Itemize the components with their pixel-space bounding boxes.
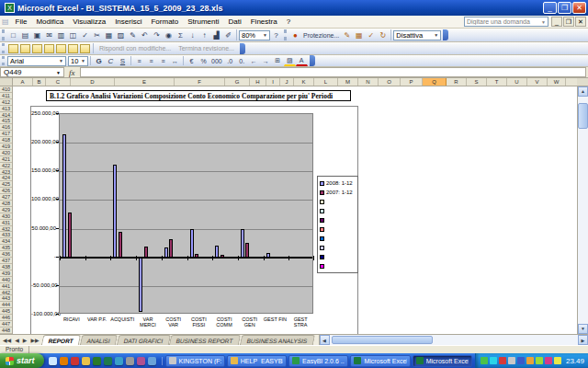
menu-item-formato[interactable]: Formato [146, 16, 183, 28]
row-header-432[interactable]: 432 [0, 226, 12, 233]
print-icon[interactable]: ▥ [55, 29, 67, 40]
column-header-V[interactable]: V [527, 78, 548, 86]
align-center-icon[interactable]: ≡ [145, 56, 157, 66]
review-icon[interactable] [32, 44, 42, 53]
tray-icon[interactable] [526, 357, 534, 364]
row-header-446[interactable]: 446 [0, 315, 12, 321]
cut-icon[interactable]: ✂ [91, 29, 103, 40]
underline-button[interactable]: S [117, 55, 129, 66]
toolbar-grip[interactable] [284, 29, 288, 40]
tray-icon[interactable] [545, 357, 552, 364]
hyperlink-icon[interactable]: ◉ [163, 29, 175, 40]
review-icon[interactable] [8, 44, 18, 53]
vertical-scrollbar[interactable]: ▲ ▼ [577, 86, 588, 334]
column-header-E[interactable]: E [115, 78, 175, 86]
start-button[interactable]: start [0, 353, 44, 368]
task-button-4[interactable]: Microsoft Excel -... [413, 355, 472, 367]
column-header-N[interactable]: N [358, 78, 379, 86]
column-header-D[interactable]: D [71, 78, 115, 86]
copy-icon[interactable]: ▦ [103, 29, 115, 40]
quick-launch-icon[interactable] [126, 357, 134, 365]
task-button-2[interactable]: EasyBI 2.0.6 ... [288, 355, 348, 367]
column-header-U[interactable]: U [507, 78, 527, 86]
row-header-425[interactable]: 425 [0, 181, 12, 188]
task-button-1[interactable]: HELP_EASYBI_... [227, 355, 287, 367]
row-header-430[interactable]: 430 [0, 213, 12, 220]
row-header-436[interactable]: 436 [0, 251, 12, 258]
inc-decimal-icon[interactable]: .0 [224, 56, 236, 66]
permission-icon[interactable]: ✎ [341, 29, 353, 40]
save-icon[interactable]: ▣ [31, 29, 43, 40]
open-icon[interactable]: ▤ [19, 29, 31, 40]
review-icon[interactable] [44, 44, 54, 53]
column-header-J[interactable]: J [280, 78, 294, 86]
track-changes-icon[interactable]: ↻ [377, 29, 389, 40]
row-header-429[interactable]: 429 [0, 207, 12, 213]
quick-launch-icon[interactable] [71, 357, 79, 365]
column-header-F[interactable]: F [175, 78, 225, 86]
menu-item-inserisci[interactable]: Inserisci [110, 16, 146, 28]
tray-icon[interactable] [490, 357, 497, 364]
tab-business-report[interactable]: BUSINESS REPORT [169, 335, 241, 345]
tray-icon[interactable] [554, 357, 561, 364]
column-header-B[interactable]: B [33, 78, 46, 86]
percent-icon[interactable]: % [198, 56, 209, 66]
lock-icon[interactable]: ● [289, 29, 301, 40]
menu-item-?[interactable]: ? [282, 16, 295, 28]
row-header-444[interactable]: 444 [0, 302, 12, 308]
tab-report[interactable]: REPORT [41, 335, 81, 345]
row-header-424[interactable]: 424 [0, 175, 12, 181]
merge-center-icon[interactable]: ↔ [169, 56, 181, 66]
review-icon[interactable] [20, 44, 30, 53]
column-header-O[interactable]: O [379, 78, 401, 86]
row-header-415[interactable]: 415 [0, 118, 12, 124]
review-icon[interactable] [80, 44, 90, 53]
row-header-445[interactable]: 445 [0, 308, 12, 315]
row-header-448[interactable]: 448 [0, 328, 12, 334]
menu-item-strumenti[interactable]: Strumenti [183, 16, 223, 28]
column-header-K[interactable]: K [294, 78, 314, 86]
quick-launch-icon[interactable] [60, 357, 68, 365]
align-right-icon[interactable]: ≡ [157, 56, 169, 66]
row-header-418[interactable]: 418 [0, 137, 12, 144]
currency-icon[interactable]: € [186, 56, 198, 66]
row-header-434[interactable]: 434 [0, 238, 12, 245]
chart-object[interactable]: 250.000,00200.000,00150.000,00100.000,00… [30, 106, 358, 334]
restore-button[interactable]: ❐ [558, 2, 571, 14]
row-header-412[interactable]: 412 [0, 99, 12, 106]
help-button[interactable]: ? [270, 29, 282, 40]
autosum-icon[interactable]: Σ [175, 29, 187, 40]
row-header-431[interactable]: 431 [0, 220, 12, 226]
row-header-421[interactable]: 421 [0, 156, 12, 163]
italic-button[interactable]: C [105, 55, 117, 66]
tray-icon[interactable] [508, 357, 515, 364]
row-header-440[interactable]: 440 [0, 277, 12, 283]
next-sheet-button[interactable]: ▶ [21, 337, 29, 343]
bold-button[interactable]: G [93, 55, 105, 66]
row-header-437[interactable]: 437 [0, 258, 12, 264]
row-header-426[interactable]: 426 [0, 188, 12, 194]
scroll-down-arrow[interactable]: ▼ [578, 324, 588, 334]
workbook-restore-button[interactable]: ❐ [563, 17, 574, 27]
close-button[interactable]: ✕ [572, 2, 586, 14]
row-header-433[interactable]: 433 [0, 232, 12, 238]
edit-range-icon[interactable]: ▦ [353, 29, 365, 40]
scroll-right-arrow[interactable]: ▶ [578, 335, 588, 345]
chevron-down-icon[interactable]: ▼ [56, 70, 61, 75]
column-header-H[interactable]: H [250, 78, 266, 86]
toolbar-grip[interactable] [2, 29, 6, 40]
column-header-S[interactable]: S [467, 78, 487, 86]
toolbar-grip[interactable] [2, 56, 6, 65]
menu-item-file[interactable]: File [11, 16, 32, 28]
print-preview-icon[interactable]: ◫ [67, 29, 79, 40]
row-header-441[interactable]: 441 [0, 283, 12, 290]
row-header-439[interactable]: 439 [0, 270, 12, 277]
mode-select[interactable]: Disattiva ▼ [393, 30, 441, 40]
thousands-icon[interactable]: 000 [209, 56, 224, 66]
protection-button[interactable]: Protezione... [301, 29, 341, 40]
tray-icon[interactable] [481, 357, 488, 364]
select-all-corner[interactable] [0, 78, 13, 86]
mail-icon[interactable]: ✉ [43, 29, 55, 40]
review-icon[interactable] [56, 44, 66, 53]
quick-launch-icon[interactable] [93, 357, 101, 365]
